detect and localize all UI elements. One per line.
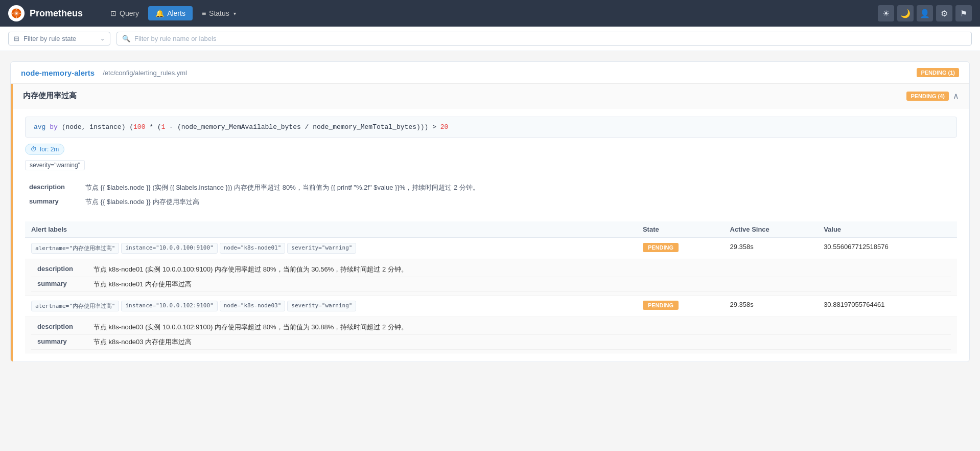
settings-button[interactable]: ⚙ bbox=[936, 5, 952, 21]
annotation-description-row: description 节点 {{ $labels.node }} (实例 {{… bbox=[25, 181, 957, 195]
code-minus: - (node_memory_MemAvailable_bytes / node… bbox=[166, 123, 440, 131]
code-avg: avg bbox=[34, 123, 45, 131]
code-100: 100 bbox=[133, 123, 145, 131]
name-filter-input[interactable] bbox=[134, 35, 966, 42]
collapse-icon-0[interactable]: ∧ bbox=[953, 91, 959, 101]
main-content: node-memory-alerts /etc/config/alerting_… bbox=[0, 51, 980, 372]
alert-detail-0: avg by (node, instance) (100 * (1 - (nod… bbox=[13, 108, 969, 221]
alert-sub-details-0-0: description 节点 k8s-node01 (实例 10.0.0.100… bbox=[25, 259, 957, 296]
rule-group-header: node-memory-alerts /etc/config/alerting_… bbox=[11, 62, 969, 84]
code-threshold: 20 bbox=[440, 123, 449, 131]
alerts-table-wrap-0: Alert labels State Active Since Value al… bbox=[13, 221, 969, 362]
flag-button[interactable]: ⚑ bbox=[955, 5, 972, 21]
app-name: Prometheus bbox=[30, 8, 83, 19]
alert-row-0-0: alertname="内存使用率过高" instance="10.0.0.100… bbox=[25, 238, 957, 259]
state-badge-0-0: PENDING bbox=[643, 243, 679, 252]
rule-group-name[interactable]: node-memory-alerts bbox=[21, 69, 95, 77]
alert-value-cell-0-0: 30.556067712518576 bbox=[818, 238, 957, 259]
nav-query[interactable]: ⊡ Query bbox=[103, 6, 146, 20]
sub-desc-val-0-0: 节点 k8s-node01 (实例 10.0.0.100:9100) 内存使用率… bbox=[87, 262, 951, 277]
svg-rect-6 bbox=[11, 13, 13, 13]
col-alert-labels: Alert labels bbox=[25, 221, 637, 238]
label-chips-0-1: alertname="内存使用率过高" instance="10.0.0.102… bbox=[31, 301, 631, 311]
state-filter-placeholder: Filter by rule state bbox=[24, 35, 76, 42]
sub-desc-key-0-0: description bbox=[31, 262, 87, 277]
code-1: 1 bbox=[161, 123, 166, 131]
for-value-0: for: 2m bbox=[40, 146, 59, 153]
label-chip-5: instance="10.0.0.102:9100" bbox=[121, 301, 217, 311]
annotations-table-0: description 节点 {{ $labels.node }} (实例 {{… bbox=[25, 181, 957, 209]
svg-rect-7 bbox=[19, 13, 21, 13]
alert-sub-row-0-1: description 节点 k8s-node03 (实例 10.0.0.102… bbox=[25, 317, 957, 353]
sub-description-row-0-1: description 节点 k8s-node03 (实例 10.0.0.102… bbox=[31, 320, 951, 335]
alert-value-cell-0-1: 30.88197055764461 bbox=[818, 296, 957, 317]
alert-rule-badge-0: PENDING (4) bbox=[906, 92, 949, 101]
sub-summary-row-0-1: summary 节点 k8s-node03 内存使用率过高 bbox=[31, 335, 951, 350]
user-button[interactable]: 👤 bbox=[917, 5, 933, 21]
nav-status[interactable]: ≡ Status ▾ bbox=[195, 6, 243, 20]
alert-rule-name-0: 内存使用率过高 bbox=[23, 91, 906, 101]
summary-key: summary bbox=[25, 195, 81, 209]
clock-icon: ⏱ bbox=[31, 146, 37, 153]
nav-query-label: Query bbox=[120, 9, 139, 17]
state-badge-0-1: PENDING bbox=[643, 301, 679, 310]
label-chip-2: node="k8s-node01" bbox=[220, 243, 286, 254]
svg-rect-4 bbox=[16, 8, 16, 10]
chevron-down-icon: ▾ bbox=[234, 11, 236, 16]
label-chips-0-0: alertname="内存使用率过高" instance="10.0.0.100… bbox=[31, 243, 631, 254]
alert-labels-cell-0-0: alertname="内存使用率过高" instance="10.0.0.100… bbox=[25, 238, 637, 259]
alert-rule-badges-0: PENDING (4) bbox=[906, 92, 949, 101]
nav-alerts[interactable]: 🔔 Alerts bbox=[148, 6, 193, 20]
description-value: 节点 {{ $labels.node }} (实例 {{ $labels.ins… bbox=[81, 181, 957, 195]
annotation-summary-row: summary 节点 {{ $labels.node }} 内存使用率过高 bbox=[25, 195, 957, 209]
alert-state-cell-0-1: PENDING bbox=[637, 296, 724, 317]
sub-desc-key-0-1: description bbox=[31, 320, 87, 335]
sub-sum-key-0-0: summary bbox=[31, 277, 87, 292]
name-filter: 🔍 bbox=[116, 32, 972, 46]
alerts-table-head: Alert labels State Active Since Value bbox=[25, 221, 957, 238]
svg-rect-5 bbox=[16, 16, 16, 18]
alert-expr-0: avg by (node, instance) (100 * (1 - (nod… bbox=[25, 117, 957, 138]
filter-bar: ⊟ Filter by rule state ⌄ 🔍 bbox=[0, 27, 980, 51]
label-chip-3: severity="warning" bbox=[287, 243, 356, 254]
sub-desc-val-0-1: 节点 k8s-node03 (实例 10.0.0.102:9100) 内存使用率… bbox=[87, 320, 951, 335]
alerts-table-0: Alert labels State Active Since Value al… bbox=[25, 221, 957, 353]
sub-sum-val-0-1: 节点 k8s-node03 内存使用率过高 bbox=[87, 335, 951, 350]
nav-alerts-label: Alerts bbox=[167, 9, 185, 17]
alert-rule-0: 内存使用率过高 PENDING (4) ∧ avg by (node, inst… bbox=[11, 84, 969, 362]
nav-links: ⊡ Query 🔔 Alerts ≡ Status ▾ bbox=[103, 6, 870, 20]
code-by-paren: (node, instance) ( bbox=[58, 123, 133, 131]
label-chip-6: node="k8s-node03" bbox=[220, 301, 286, 311]
summary-value: 节点 {{ $labels.node }} 内存使用率过高 bbox=[81, 195, 957, 209]
alert-sub-details-0-1: description 节点 k8s-node03 (实例 10.0.0.102… bbox=[25, 317, 957, 353]
sub-sum-val-0-0: 节点 k8s-node01 内存使用率过高 bbox=[87, 277, 951, 292]
alert-row-0-1: alertname="内存使用率过高" instance="10.0.0.102… bbox=[25, 296, 957, 317]
brand: Prometheus bbox=[8, 5, 95, 21]
label-chip-0: alertname="内存使用率过高" bbox=[31, 243, 119, 254]
label-chip-4: alertname="内存使用率过高" bbox=[31, 301, 119, 311]
query-icon: ⊡ bbox=[110, 9, 116, 17]
for-badge-0: ⏱ for: 2m bbox=[25, 144, 64, 155]
label-chip-7: severity="warning" bbox=[287, 301, 356, 311]
code-mult: * ( bbox=[145, 123, 161, 131]
alert-rule-header-0: 内存使用率过高 PENDING (4) ∧ bbox=[13, 84, 969, 108]
brand-icon bbox=[8, 5, 25, 21]
state-filter[interactable]: ⊟ Filter by rule state ⌄ bbox=[8, 32, 110, 46]
alert-active-since-cell-0-1: 29.358s bbox=[724, 296, 818, 317]
state-filter-chevron: ⌄ bbox=[100, 35, 105, 42]
svg-point-3 bbox=[16, 13, 17, 14]
bell-icon: 🔔 bbox=[155, 9, 164, 17]
nav-status-label: Status bbox=[209, 9, 229, 17]
dark-mode-button[interactable]: 🌙 bbox=[897, 5, 914, 21]
sub-meta-0-1: description 节点 k8s-node03 (实例 10.0.0.102… bbox=[31, 320, 951, 350]
search-icon: 🔍 bbox=[122, 35, 130, 42]
sub-sum-key-0-1: summary bbox=[31, 335, 87, 350]
light-mode-button[interactable]: ☀ bbox=[878, 5, 894, 21]
sub-summary-row-0-0: summary 节点 k8s-node01 内存使用率过高 bbox=[31, 277, 951, 292]
alert-active-since-cell-0-0: 29.358s bbox=[724, 238, 818, 259]
label-chip-1: instance="10.0.0.100:9100" bbox=[121, 243, 217, 254]
col-value: Value bbox=[818, 221, 957, 238]
description-key: description bbox=[25, 181, 81, 195]
sub-description-row-0-0: description 节点 k8s-node01 (实例 10.0.0.100… bbox=[31, 262, 951, 277]
status-icon: ≡ bbox=[202, 9, 206, 17]
